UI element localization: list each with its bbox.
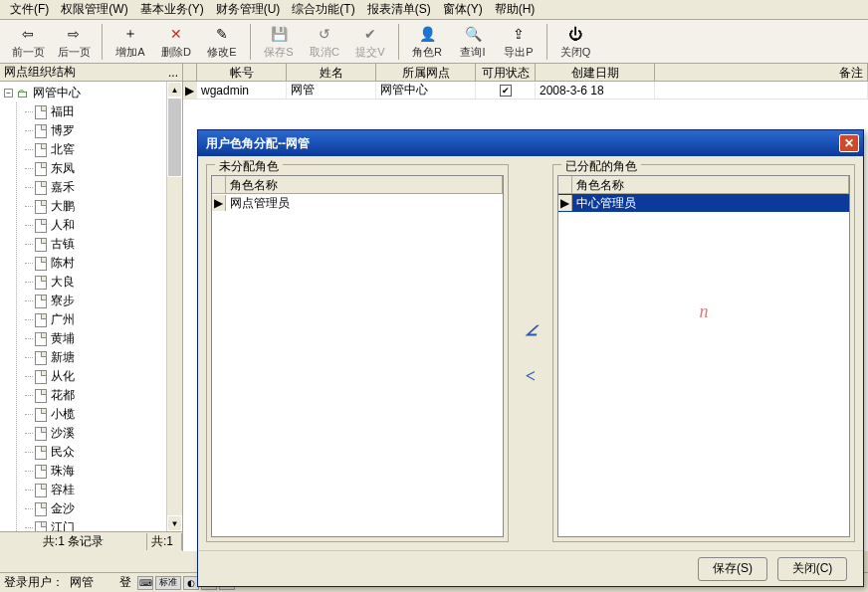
- tree-panel: 网点组织结构 ... −🗀网管中心福田博罗北窖东凤嘉禾大鹏人和古镇陈村大良寮步广…: [0, 64, 183, 551]
- role-name: 网点管理员: [226, 194, 294, 213]
- cell-enabled[interactable]: ✔: [476, 82, 536, 99]
- tree-node-label: 从化: [51, 368, 75, 385]
- toolbar-label: 修改E: [207, 45, 236, 60]
- tree-node-label: 人和: [51, 217, 75, 234]
- assigned-grid[interactable]: 角色名称 ▶中心管理员 n: [557, 175, 850, 537]
- tree-node[interactable]: 花都: [17, 386, 164, 405]
- menu-item[interactable]: 综合功能(T): [286, 0, 360, 20]
- unassigned-grid[interactable]: 角色名称 ▶网点管理员: [211, 175, 504, 537]
- close-icon[interactable]: ✕: [839, 134, 859, 152]
- tree-root[interactable]: −🗀网管中心: [2, 84, 164, 102]
- tree-node[interactable]: 小榄: [17, 405, 164, 424]
- menu-item[interactable]: 报表清单(S): [361, 0, 437, 20]
- role-assign-dialog: 用户色角分配--网管 ✕ 未分配角色 角色名称 ▶网点管理员 ∠ < 已分配的角…: [197, 129, 864, 587]
- page-icon: [35, 313, 47, 327]
- scroll-thumb[interactable]: [167, 98, 182, 177]
- tree-node-label: 北窖: [51, 141, 75, 158]
- tree-node[interactable]: 容桂: [17, 481, 164, 499]
- toolbar-label: 关闭Q: [560, 45, 591, 60]
- tree-node[interactable]: 古镇: [17, 235, 164, 254]
- toolbar-后一页-button[interactable]: ⇨后一页: [52, 22, 96, 62]
- collapse-icon[interactable]: −: [4, 89, 13, 98]
- toolbar-删除D-button[interactable]: ✕删除D: [154, 22, 198, 62]
- tree-node[interactable]: 江门: [17, 518, 164, 531]
- toolbar-取消C-button: ↺取消C: [303, 22, 346, 62]
- ime-icon[interactable]: ⌨: [137, 576, 153, 590]
- menu-item[interactable]: 窗体(Y): [437, 0, 489, 20]
- tree-more-icon[interactable]: ...: [168, 66, 178, 80]
- page-icon: [35, 484, 47, 497]
- record-count: 共:1 条记录: [0, 533, 147, 550]
- list-item[interactable]: ▶中心管理员: [558, 194, 849, 212]
- toolbar-label: 提交V: [355, 45, 384, 60]
- toolbar-角色R-button[interactable]: 👤角色R: [405, 22, 449, 62]
- col-name[interactable]: 姓名: [287, 64, 376, 81]
- tree-node-label: 东凤: [51, 160, 75, 177]
- move-left-icon[interactable]: ∠: [523, 320, 538, 342]
- dialog-titlebar[interactable]: 用户色角分配--网管 ✕: [198, 130, 863, 156]
- page-icon: [35, 219, 47, 233]
- toolbar-前一页-button[interactable]: ⇦前一页: [6, 22, 50, 62]
- menu-item[interactable]: 文件(F): [4, 0, 55, 20]
- cell-name: 网管: [287, 82, 376, 99]
- close-button[interactable]: 关闭(C): [777, 557, 847, 581]
- toolbar-icon: ⇪: [509, 24, 529, 44]
- toolbar-修改E-button[interactable]: ✎修改E: [200, 22, 244, 62]
- dialog-title: 用户色角分配--网管: [206, 135, 310, 152]
- menu-item[interactable]: 财务管理(U): [210, 0, 287, 20]
- toolbar-导出P-button[interactable]: ⇪导出P: [497, 22, 541, 62]
- ime-mode[interactable]: 标准: [155, 576, 181, 590]
- menu-item[interactable]: 权限管理(W): [55, 0, 133, 20]
- tree-node[interactable]: 珠海: [17, 462, 164, 481]
- page-icon: [35, 257, 47, 271]
- tree-node[interactable]: 黄埔: [17, 329, 164, 348]
- tree-node[interactable]: 金沙: [17, 499, 164, 518]
- toolbar-icon: ↺: [315, 24, 334, 44]
- tree-node[interactable]: 沙溪: [17, 424, 164, 443]
- col-branch[interactable]: 所属网点: [376, 64, 476, 81]
- tree-node-label: 珠海: [51, 463, 75, 480]
- tree-node[interactable]: 民众: [17, 443, 164, 462]
- page-icon: [35, 295, 47, 308]
- toolbar-关闭Q-button[interactable]: ⏻关闭Q: [553, 22, 597, 62]
- scroll-down-icon[interactable]: ▼: [167, 515, 182, 531]
- toolbar-查询I-button[interactable]: 🔍查询I: [451, 22, 495, 62]
- tree-node[interactable]: 新塘: [17, 348, 164, 367]
- tree-node[interactable]: 从化: [17, 367, 164, 386]
- cell-branch: 网管中心: [376, 82, 476, 99]
- toolbar-增加A-button[interactable]: ＋增加A: [108, 22, 152, 62]
- tree-node[interactable]: 陈村: [17, 254, 164, 273]
- tree-body[interactable]: −🗀网管中心福田博罗北窖东凤嘉禾大鹏人和古镇陈村大良寮步广州黄埔新塘从化花都小榄…: [0, 82, 166, 531]
- tree-node[interactable]: 东凤: [17, 159, 164, 178]
- record-count-2: 共:1: [147, 533, 182, 550]
- tree-node[interactable]: 广州: [17, 310, 164, 329]
- list-item[interactable]: ▶网点管理员: [212, 194, 503, 212]
- tree-node[interactable]: 博罗: [17, 121, 164, 140]
- col-role-left: 角色名称: [226, 176, 503, 193]
- page-icon: [35, 162, 47, 176]
- col-account[interactable]: 帐号: [197, 64, 287, 81]
- page-icon: [35, 276, 47, 290]
- page-icon: [35, 446, 47, 460]
- tree-node-label: 花都: [51, 387, 75, 404]
- tree-node[interactable]: 大良: [17, 273, 164, 292]
- tree-node[interactable]: 人和: [17, 216, 164, 235]
- toolbar-icon: ✔: [360, 24, 380, 44]
- move-right-icon[interactable]: <: [526, 366, 536, 387]
- menu-item[interactable]: 基本业务(Y): [134, 0, 210, 20]
- save-button[interactable]: 保存(S): [698, 557, 767, 581]
- page-icon: [35, 408, 47, 422]
- scroll-up-icon[interactable]: ▲: [167, 82, 182, 98]
- tree-scrollbar[interactable]: ▲ ▼: [166, 82, 182, 531]
- col-date[interactable]: 创建日期: [536, 64, 655, 81]
- col-note[interactable]: 备注: [655, 64, 868, 81]
- col-enabled[interactable]: 可用状态: [476, 64, 536, 81]
- tree-node[interactable]: 大鹏: [17, 197, 164, 216]
- table-row[interactable]: ▶ wgadmin 网管 网管中心 ✔ 2008-3-6 18: [183, 82, 868, 99]
- tree-node[interactable]: 嘉禾: [17, 178, 164, 197]
- toolbar-label: 角色R: [412, 45, 442, 60]
- tree-node[interactable]: 福田: [17, 102, 164, 121]
- menu-item[interactable]: 帮助(H): [489, 0, 542, 20]
- tree-node[interactable]: 寮步: [17, 292, 164, 310]
- tree-node[interactable]: 北窖: [17, 140, 164, 159]
